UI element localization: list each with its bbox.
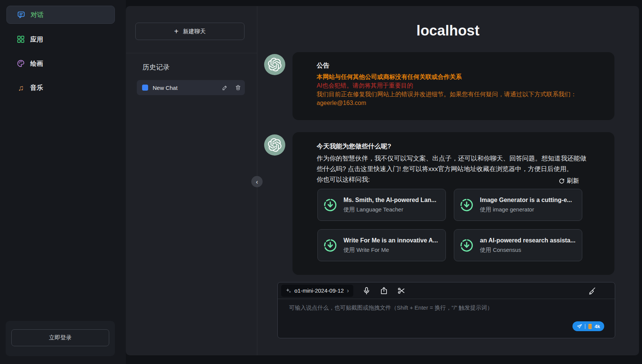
sidebar: 对话 应用 绘画 ♫ 音乐 立即登录 — [0, 0, 126, 364]
palette-icon — [17, 59, 25, 68]
refresh-suggestions-button[interactable]: 刷新 — [559, 176, 579, 186]
refresh-label: 刷新 — [567, 176, 579, 186]
card-title: an AI-powered research assista... — [480, 237, 575, 244]
welcome-title: 今天我能为您做些什么呢? — [317, 142, 590, 151]
scissors-icon — [397, 287, 405, 295]
history-divider — [126, 53, 257, 53]
token-badge[interactable]: 4k — [572, 321, 604, 331]
login-button[interactable]: 立即登录 — [11, 329, 109, 346]
microphone-button[interactable] — [362, 287, 371, 295]
page-title: localhost — [257, 23, 639, 39]
clear-context-button[interactable] — [588, 287, 596, 295]
sparkles-icon — [286, 288, 291, 293]
login-panel: 立即登录 — [6, 321, 115, 356]
chat-icon — [17, 11, 25, 19]
welcome-message: 今天我能为您做些什么呢? 作为你的智慧伙伴，我不仅可以写文案、出点子，还可以和你… — [292, 132, 614, 275]
card-title: Ms. Smith, the AI-powered Lan... — [343, 197, 436, 204]
scissors-button[interactable] — [397, 287, 405, 295]
refresh-icon — [559, 178, 565, 184]
chat-color-swatch — [142, 85, 148, 91]
suggestion-card[interactable]: Image Generator is a cutting-e... 使用 ima… — [454, 189, 582, 221]
openai-logo-icon — [268, 58, 282, 71]
card-title: Write For Me is an innovative A... — [343, 237, 438, 244]
composer-toolbar: o1-mini-2024-09-12 › — [278, 282, 615, 299]
chevron-right-icon: › — [347, 287, 349, 294]
collapse-sidebar-button[interactable]: ‹ — [251, 176, 263, 187]
download-circle-icon — [459, 198, 474, 212]
sidebar-item-label: 音乐 — [30, 83, 43, 92]
notice-line: AI也会犯错。请勿将其用于重要目的 — [317, 81, 590, 90]
notice-line: 本网站与任何其他公司或商标没有任何关联或合作关系 — [317, 72, 590, 81]
card-title: Image Generator is a cutting-e... — [480, 197, 572, 204]
suggestion-card[interactable]: an AI-powered research assista... 使用 Con… — [454, 229, 582, 261]
suggestion-cards: Ms. Smith, the AI-powered Lan... 使用 Lang… — [317, 189, 590, 261]
upload-icon — [380, 287, 388, 295]
new-chat-button[interactable]: + 新建聊天 — [135, 23, 244, 40]
notice-line: 我们目前正在修复我们网站上的错误并改进细节。如果您有任何疑问，请通过以下方式联系… — [317, 90, 590, 99]
sidebar-item-label: 应用 — [30, 35, 43, 44]
token-count: 4k — [595, 324, 600, 329]
sidebar-item-chat[interactable]: 对话 — [6, 6, 115, 24]
notice-title: 公告 — [317, 61, 590, 70]
history-item-title: New Chat — [153, 85, 215, 91]
assistant-avatar — [264, 134, 285, 156]
download-circle-icon — [459, 238, 474, 253]
sidebar-item-music[interactable]: ♫ 音乐 — [6, 79, 115, 97]
send-icon — [577, 324, 582, 329]
suggestion-card[interactable]: Ms. Smith, the AI-powered Lan... 使用 Lang… — [317, 189, 446, 221]
model-label: o1-mini-2024-09-12 — [294, 287, 344, 294]
suggestion-card[interactable]: Write For Me is an innovative A... 使用 Wr… — [317, 229, 446, 261]
sidebar-item-label: 对话 — [31, 11, 43, 19]
notice-email[interactable]: ageerle@163.com — [317, 99, 590, 107]
history-item[interactable]: New Chat — [137, 80, 245, 95]
broom-icon — [588, 287, 596, 295]
new-chat-label: 新建聊天 — [183, 28, 206, 35]
notice-message: 公告 本网站与任何其他公司或商标没有任何关联或合作关系 AI也会犯错。请勿将其用… — [292, 52, 614, 120]
delete-icon[interactable] — [235, 85, 241, 91]
assistant-avatar — [264, 54, 285, 75]
plus-icon: + — [174, 27, 179, 36]
chevron-left-icon: ‹ — [256, 179, 258, 185]
apps-grid-icon — [17, 35, 25, 43]
edit-icon[interactable] — [222, 85, 228, 91]
music-note-icon: ♫ — [17, 83, 25, 92]
download-circle-icon — [323, 198, 337, 212]
composer: o1-mini-2024-09-12 › — [277, 282, 615, 338]
sidebar-item-draw[interactable]: 绘画 — [6, 54, 115, 72]
card-subtitle: 使用 Language Teacher — [343, 206, 436, 213]
ask-hint: 你也可以这样问我: — [317, 176, 370, 183]
openai-logo-icon — [268, 138, 282, 152]
download-circle-icon — [323, 238, 337, 253]
main-panel: + 新建聊天 历史记录 New Chat ‹ localhost 公告 本网站与… — [126, 6, 639, 355]
upload-button[interactable] — [380, 287, 388, 295]
coin-icon — [588, 324, 592, 329]
message-input[interactable] — [289, 304, 599, 331]
model-selector[interactable]: o1-mini-2024-09-12 › — [281, 285, 353, 297]
sidebar-item-apps[interactable]: 应用 — [6, 30, 115, 48]
badge-divider — [585, 324, 585, 329]
card-subtitle: 使用 Write For Me — [343, 247, 438, 254]
welcome-body: 作为你的智慧伙伴，我不仅可以写文案、出点子，还可以和你聊天、回答问题。想知道我还… — [317, 153, 590, 174]
history-heading: 历史记录 — [142, 63, 170, 72]
microphone-icon — [362, 287, 371, 295]
card-subtitle: 使用 image generator — [480, 206, 572, 213]
card-subtitle: 使用 Consensus — [480, 247, 575, 254]
sidebar-item-label: 绘画 — [30, 59, 43, 68]
